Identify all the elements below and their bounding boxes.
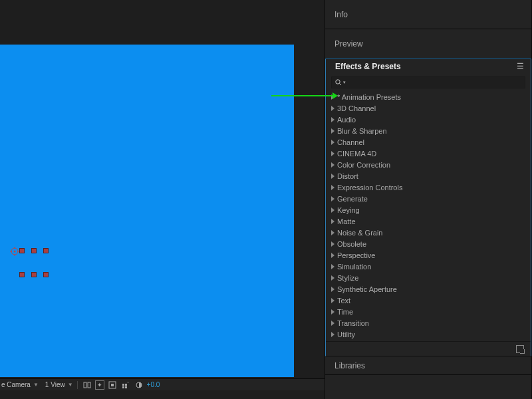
category-label: Simulation: [337, 263, 371, 271]
effects-category-distort[interactable]: Distort: [326, 170, 531, 182]
disclosure-triangle-icon: [331, 140, 334, 145]
resize-handle-top-left[interactable]: [19, 248, 25, 253]
effects-category-transition[interactable]: Transition: [326, 317, 531, 329]
category-label: Utility: [337, 331, 355, 338]
category-label: Channel: [337, 138, 364, 146]
resize-handle-top-right[interactable]: [43, 248, 49, 253]
search-icon: [334, 78, 342, 86]
effects-search-row: ▾: [326, 74, 531, 91]
panel-menu-icon[interactable]: ☰: [517, 62, 524, 71]
effects-category-cinema-4d[interactable]: CINEMA 4D: [326, 148, 531, 159]
disclosure-triangle-icon: [331, 230, 334, 235]
disclosure-triangle-icon: [331, 207, 334, 213]
camera-dropdown[interactable]: e Camera: [1, 381, 31, 388]
effects-category-stylize[interactable]: Stylize: [326, 272, 531, 283]
effects-category-expression-controls[interactable]: Expression Controls: [326, 182, 531, 193]
category-label: CINEMA 4D: [337, 150, 376, 158]
svg-rect-14: [128, 382, 128, 383]
panel-title: Preview: [334, 39, 363, 49]
category-label: Time: [337, 308, 353, 316]
category-label: 3D Channel: [337, 104, 376, 112]
effects-category-3d-channel[interactable]: 3D Channel: [326, 102, 531, 114]
category-label: Keying: [337, 206, 360, 214]
category-label: Expression Controls: [337, 184, 402, 192]
effects-category-animation-presets[interactable]: * Animation Presets: [326, 91, 531, 102]
info-panel-header[interactable]: Info: [325, 0, 531, 29]
right-panel-group: Info Preview Effects & Presets ☰ ▾ * Ani…: [325, 0, 532, 399]
new-bin-icon[interactable]: [516, 345, 524, 353]
chevron-down-icon: ▼: [68, 382, 73, 388]
svg-rect-11: [125, 384, 127, 386]
category-label: Stylize: [337, 274, 358, 282]
effects-category-keying[interactable]: Keying: [326, 204, 531, 215]
effects-panel-header[interactable]: Effects & Presets ☰: [326, 59, 531, 74]
composition-area: e Camera ▼ 1 View ▼ ✦ +0.0: [0, 0, 325, 399]
disclosure-triangle-icon: [331, 185, 334, 190]
disclosure-triangle-icon: [331, 128, 334, 134]
svg-rect-7: [88, 382, 90, 388]
effects-category-time[interactable]: Time: [326, 306, 531, 317]
effects-presets-panel: Effects & Presets ☰ ▾ * Animation Preset…: [325, 59, 531, 356]
category-label: Matte: [337, 217, 356, 225]
preview-panel-header[interactable]: Preview: [325, 29, 531, 59]
exposure-value[interactable]: +0.0: [147, 381, 160, 388]
category-label: Generate: [337, 195, 368, 203]
libraries-panel-header[interactable]: Libraries: [325, 356, 531, 375]
composition-viewport[interactable]: [0, 45, 294, 377]
effects-category-channel[interactable]: Channel: [326, 136, 531, 148]
effects-search[interactable]: ▾: [331, 76, 525, 88]
resize-handle-bottom-mid[interactable]: [31, 272, 37, 277]
panel-title: Libraries: [334, 361, 365, 370]
category-label: Text: [337, 297, 350, 305]
disclosure-triangle-icon: [331, 117, 334, 122]
disclosure-triangle-icon: [331, 94, 334, 100]
toggle-pixel-aspect-icon[interactable]: [82, 380, 92, 390]
effects-category-color-correction[interactable]: Color Correction: [326, 159, 531, 170]
disclosure-triangle-icon: [331, 241, 334, 247]
effects-category-perspective[interactable]: Perspective: [326, 249, 531, 261]
disclosure-triangle-icon: [331, 106, 334, 111]
svg-rect-12: [122, 386, 124, 388]
effects-category-matte[interactable]: Matte: [326, 215, 531, 227]
effects-category-simulation[interactable]: Simulation: [326, 261, 531, 272]
disclosure-triangle-icon: [331, 309, 334, 315]
category-label: Transition: [337, 319, 369, 327]
disclosure-triangle-icon: [331, 275, 334, 281]
resize-handle-bottom-left[interactable]: [19, 272, 25, 277]
effects-category-generate[interactable]: Generate: [326, 193, 531, 204]
effects-category-audio[interactable]: Audio: [326, 114, 531, 125]
disclosure-triangle-icon: [331, 219, 334, 224]
disclosure-triangle-icon: [331, 253, 334, 258]
svg-rect-10: [122, 384, 124, 386]
effects-category-obsolete[interactable]: Obsolete: [326, 238, 531, 249]
effects-category-text[interactable]: Text: [326, 295, 531, 306]
effects-search-input[interactable]: [347, 78, 522, 86]
toggle-transparency-icon[interactable]: ✦: [95, 380, 104, 390]
disclosure-triangle-icon: [331, 264, 334, 269]
exposure-icon[interactable]: [134, 380, 144, 390]
chevron-down-icon: ▼: [33, 382, 39, 388]
panel-title: Info: [334, 10, 348, 19]
category-label: * Animation Presets: [337, 93, 401, 101]
view-dropdown[interactable]: 1 View: [45, 381, 65, 388]
chevron-down-small-icon: ▾: [343, 80, 346, 85]
category-label: Synthetic Aperture: [337, 285, 397, 293]
effects-category-noise-grain[interactable]: Noise & Grain: [326, 227, 531, 238]
category-label: Perspective: [337, 251, 375, 259]
layer-selection-handles[interactable]: [19, 248, 49, 277]
disclosure-triangle-icon: [331, 174, 334, 179]
resize-handle-top-mid[interactable]: [31, 248, 37, 253]
anchor-point-icon[interactable]: [10, 247, 19, 256]
effects-category-synthetic-aperture[interactable]: Synthetic Aperture: [326, 283, 531, 295]
toggle-mask-icon[interactable]: [107, 380, 118, 390]
resize-handle-bottom-right[interactable]: [43, 272, 49, 277]
effects-category-utility[interactable]: Utility: [326, 329, 531, 340]
svg-line-17: [340, 84, 342, 86]
panel-title: Effects & Presets: [335, 62, 401, 71]
effects-category-list: * Animation Presets 3D Channel Audio Blu…: [326, 91, 531, 340]
effects-panel-footer: [326, 341, 531, 356]
effects-category-blur-sharpen[interactable]: Blur & Sharpen: [326, 125, 531, 136]
region-of-interest-icon[interactable]: [120, 380, 131, 390]
svg-rect-13: [125, 386, 127, 388]
viewport-toolbar: e Camera ▼ 1 View ▼ ✦ +0.0: [0, 378, 325, 390]
